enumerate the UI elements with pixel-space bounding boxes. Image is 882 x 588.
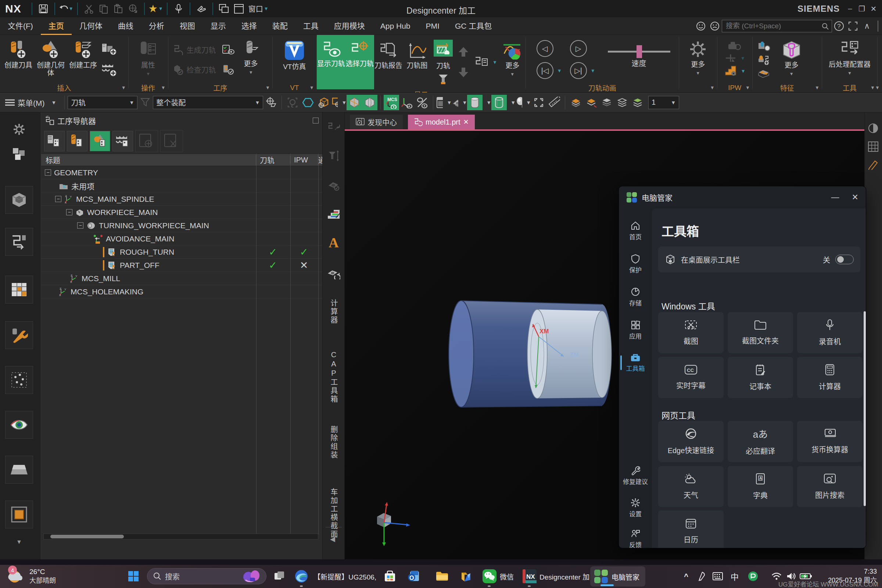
edge-browser-button[interactable] — [293, 568, 310, 585]
group-dropdown-icon[interactable]: ▼ — [161, 85, 166, 90]
sketch-region-icon[interactable] — [5, 501, 33, 528]
toolpath-list-button[interactable]: ▼ — [474, 56, 497, 68]
collapse-icon[interactable]: − — [45, 170, 51, 176]
main-menu-button[interactable]: 菜单(M) ▼ — [0, 97, 62, 108]
browser-window-label[interactable]: 【新提醒】UG2506, — [314, 572, 376, 581]
point-set-icon[interactable] — [5, 366, 33, 394]
chevron-down-icon[interactable]: ▼ — [264, 6, 268, 11]
minimize-ribbon-icon[interactable]: ∧ — [860, 19, 874, 33]
chevron-down-icon[interactable]: ▼ — [462, 100, 467, 105]
start-button[interactable] — [125, 568, 142, 585]
window-cascade-button[interactable] — [217, 2, 231, 16]
chevron-down-icon[interactable]: ▼ — [492, 60, 497, 65]
chevron-down-icon[interactable]: ▼ — [69, 6, 74, 11]
tool-bing-translate[interactable]: aあ 必应翻译 — [728, 421, 793, 462]
display-options-icon[interactable]: ▼ — [516, 95, 531, 110]
collapse-icon[interactable]: − — [55, 196, 62, 202]
tab-close-icon[interactable]: ✕ — [464, 118, 469, 126]
tool-recorder[interactable]: 录音机 — [797, 312, 862, 353]
wireframe-workpiece-icon[interactable] — [491, 95, 507, 110]
verify-toolpath-button[interactable]: 检查刀轨 — [173, 64, 216, 75]
pcm-nav-protect[interactable]: 保护 — [619, 254, 652, 274]
tree-row-unused[interactable]: S未用项 — [41, 179, 322, 193]
chevron-down-icon[interactable]: ▼ — [158, 6, 163, 11]
menu-geometry[interactable]: 几何体 — [72, 17, 110, 35]
create-tool-button[interactable]: 创建刀具 — [2, 37, 34, 82]
fit-view-icon[interactable] — [531, 95, 546, 110]
pcm-scrollbar[interactable] — [864, 311, 866, 506]
pcm-nav-home[interactable]: 首页 — [619, 221, 652, 241]
minimize-button[interactable]: – — [844, 4, 855, 13]
mcs-display-icon[interactable]: MCS — [384, 95, 399, 110]
touch-mode-button[interactable] — [194, 2, 209, 16]
shaded-wireframe-icon[interactable] — [346, 95, 362, 110]
wechat-button[interactable] — [481, 568, 498, 585]
create-program-button[interactable] — [101, 42, 118, 57]
layer-category-icon[interactable] — [630, 95, 645, 110]
measure-icon[interactable] — [546, 95, 562, 110]
side-tab-cap-toolbox[interactable]: CAP工具箱 — [328, 351, 339, 404]
machining-method-view-button[interactable] — [112, 131, 133, 152]
frown-icon[interactable] — [708, 19, 722, 33]
menu-select[interactable]: 选择 — [234, 17, 265, 35]
machine-vise-icon[interactable]: ▼ — [452, 95, 467, 110]
group-dropdown-icon[interactable]: ▼ — [815, 85, 819, 90]
chevron-down-icon[interactable]: ▼ — [510, 100, 516, 105]
tray-pen-icon[interactable] — [695, 570, 708, 582]
tool-currency-converter[interactable]: 货币换算器 — [797, 421, 862, 462]
post-configurator-button[interactable]: 后处理配置器 ▼ — [824, 37, 875, 82]
chevron-down-icon[interactable]: ▼ — [486, 100, 491, 105]
filter-icon[interactable] — [138, 95, 153, 110]
menu-view[interactable]: 视图 — [172, 17, 203, 35]
selection-scope-combo[interactable]: 整个装配▼ — [153, 96, 263, 109]
bolt-stretch-icon[interactable] — [327, 149, 340, 162]
tool-weather[interactable]: 天气 — [658, 466, 724, 507]
tool-display-button[interactable] — [434, 74, 453, 85]
chevron-down-icon[interactable]: ▼ — [447, 100, 452, 105]
process-more-button[interactable]: 更多 ▼ — [238, 37, 264, 82]
toolpath-report-button[interactable]: 刀轨报告 — [374, 40, 403, 84]
cube-select-icon[interactable] — [316, 95, 331, 110]
grid-display-icon[interactable] — [868, 141, 879, 152]
layer-settings-icon[interactable] — [599, 95, 615, 110]
pcm-nav-feedback[interactable]: 反馈 — [619, 529, 652, 548]
close-window-button[interactable] — [160, 130, 183, 152]
toolpath-wrench-icon[interactable] — [327, 120, 340, 133]
hexagon-select-icon[interactable] — [300, 95, 316, 110]
tool-calendar[interactable]: 日历 — [658, 510, 724, 548]
window-menu[interactable]: 窗口 — [248, 3, 263, 14]
favorites-star-button[interactable]: ★▼ — [148, 2, 163, 16]
column-title[interactable]: 标题 — [41, 155, 256, 165]
menu-gc-toolkit[interactable]: GC 工具包 — [447, 17, 500, 35]
tool-image-search[interactable]: 图片搜索 — [797, 466, 862, 507]
render-style-icon[interactable] — [868, 123, 879, 134]
tree-row-mcs-main-spindle[interactable]: −ZYXMCS_MAIN_SPINDLE — [41, 193, 322, 206]
shaded-cylinder-icon[interactable] — [362, 95, 377, 110]
close-button[interactable]: ✕ — [868, 4, 879, 13]
tool-screenshot-folder[interactable]: 截图文件夹 — [728, 312, 793, 353]
feature-more-button[interactable]: 更多 ▼ — [775, 37, 808, 82]
ipw-machine-button[interactable]: ▼ — [724, 54, 745, 63]
tree-row-rough-turn[interactable]: ROUGH_TURN ✓✓ — [41, 246, 322, 259]
smiley-icon[interactable] — [694, 19, 708, 33]
menu-assembly[interactable]: 装配 — [265, 17, 296, 35]
display-more-button[interactable]: 更多 ▼ — [500, 40, 525, 84]
fullscreen-icon[interactable] — [846, 19, 860, 33]
tree-row-geometry[interactable]: −GEOMETRY — [41, 166, 322, 179]
stairs-measure-icon[interactable] — [327, 207, 340, 220]
work-layer-spinner[interactable]: 1▼ — [648, 96, 679, 109]
save-button[interactable] — [36, 2, 51, 16]
tool-dictionary[interactable]: A 字典 — [728, 466, 793, 507]
leftbar-more-icon[interactable]: ▼ — [16, 539, 22, 545]
play-backward-button[interactable]: ◁ — [537, 40, 554, 57]
toolpath-graph-button[interactable]: 刀轨图 — [403, 40, 432, 84]
file-explorer-button[interactable] — [434, 568, 450, 585]
tool-screenshot[interactable]: 截图 — [658, 312, 724, 353]
chevron-down-icon[interactable]: ▼ — [591, 68, 596, 74]
mold-navigator-icon[interactable] — [5, 186, 33, 214]
snap-point-icon[interactable] — [263, 95, 279, 110]
move-object-button[interactable] — [126, 2, 140, 16]
menu-file[interactable]: 文件(F) — [0, 17, 41, 35]
hscrollbar-thumb[interactable] — [50, 535, 124, 538]
copy-button[interactable] — [96, 2, 111, 16]
